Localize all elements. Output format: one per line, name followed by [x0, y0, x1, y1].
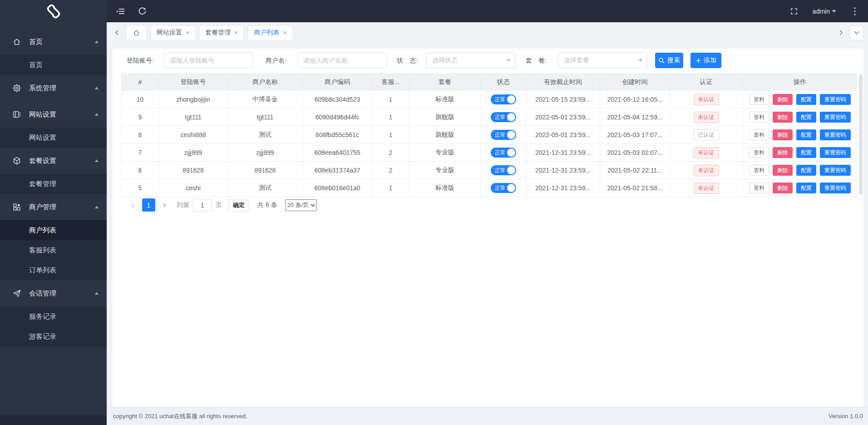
tabs-dropdown-button[interactable]: [850, 25, 863, 40]
profile-button[interactable]: 资料: [749, 183, 769, 193]
menu-group-label: 商户管理: [29, 203, 95, 212]
status-toggle[interactable]: 正常: [491, 183, 516, 193]
delete-button[interactable]: 删除: [773, 94, 793, 105]
menu-group-5[interactable]: 会话管理: [0, 280, 107, 306]
status-select[interactable]: 选择状态: [426, 53, 516, 68]
delete-button[interactable]: 删除: [773, 147, 793, 158]
page-size-select[interactable]: 20 条/页: [285, 199, 317, 211]
config-button[interactable]: 配置: [796, 112, 816, 123]
close-icon[interactable]: ×: [234, 30, 238, 36]
status-toggle-label: 正常: [495, 131, 506, 139]
cell-agents: 1: [372, 179, 409, 197]
delete-button[interactable]: 删除: [773, 183, 793, 193]
reset-password-button[interactable]: 重置密码: [820, 112, 851, 123]
close-icon[interactable]: ×: [283, 30, 286, 36]
status-toggle[interactable]: 正常: [491, 130, 516, 140]
reset-password-button[interactable]: 重置密码: [820, 165, 851, 176]
merchant-name-input[interactable]: [297, 53, 387, 68]
search-icon: [658, 57, 665, 64]
tab-home[interactable]: [126, 25, 147, 40]
delete-button[interactable]: 删除: [773, 165, 793, 176]
tab-2[interactable]: 商户列表×: [248, 25, 292, 40]
user-menu[interactable]: admin: [813, 8, 836, 15]
tabs-scroll-left-icon[interactable]: [112, 25, 122, 40]
toggle-knob: [507, 184, 515, 192]
confirm-page-button[interactable]: 确定: [228, 199, 249, 212]
cell-actions: 资料删除配置重置密码: [743, 161, 857, 179]
cell-package: 旗舰版: [409, 126, 481, 143]
prev-page-icon[interactable]: [129, 202, 137, 208]
profile-button[interactable]: 资料: [749, 112, 769, 123]
cell-auth: 已认证: [670, 126, 743, 143]
config-button[interactable]: 配置: [796, 183, 816, 193]
login-account-input[interactable]: [164, 53, 253, 68]
column-header: 商户名称: [228, 74, 303, 90]
close-icon[interactable]: ×: [186, 30, 189, 36]
jump-page-input[interactable]: [193, 199, 212, 212]
cell-package: 专业版: [409, 143, 481, 161]
sidebar-item[interactable]: 首页: [0, 55, 107, 75]
fullscreen-icon[interactable]: [788, 5, 800, 17]
refresh-icon[interactable]: [136, 5, 148, 17]
status-toggle[interactable]: 正常: [491, 165, 516, 175]
reset-password-button[interactable]: 重置密码: [820, 94, 851, 105]
cell-status: 正常: [481, 108, 526, 126]
page-button-1[interactable]: 1: [142, 198, 155, 212]
menu-group-4[interactable]: 商户管理: [0, 194, 107, 220]
auth-badge: 未认证: [694, 94, 719, 105]
cell-actions: 资料删除配置重置密码: [743, 143, 857, 161]
cell-id: 6: [122, 161, 159, 179]
tab-0[interactable]: 网站设置×: [151, 25, 195, 40]
cell-expire: 2022-05-01 23:59...: [526, 126, 600, 143]
tab-1[interactable]: 套餐管理×: [199, 25, 244, 40]
sidebar-item[interactable]: 套餐管理: [0, 174, 107, 194]
reset-password-button[interactable]: 重置密码: [820, 129, 851, 140]
status-toggle[interactable]: 正常: [491, 112, 516, 122]
reset-password-button[interactable]: 重置密码: [820, 147, 851, 158]
cell-agents: 2: [372, 143, 409, 161]
menu-group-3[interactable]: 套餐设置: [0, 148, 107, 174]
menu-group-0[interactable]: 首页: [0, 29, 107, 55]
reset-password-button[interactable]: 重置密码: [820, 183, 851, 193]
sidebar-item[interactable]: 网站设置: [0, 128, 107, 148]
menu-group-2[interactable]: 网站设置: [0, 101, 107, 128]
gear-icon: [12, 84, 21, 93]
next-page-icon[interactable]: [161, 202, 168, 208]
profile-button[interactable]: 资料: [749, 165, 769, 176]
collapse-sidebar-icon[interactable]: [114, 5, 126, 17]
config-button[interactable]: 配置: [796, 94, 816, 105]
config-button[interactable]: 配置: [796, 165, 816, 176]
sidebar-item[interactable]: 游客记录: [0, 326, 107, 346]
package-select[interactable]: 选择套餐: [558, 53, 648, 68]
table-scrollbar[interactable]: [859, 74, 863, 195]
cell-name: zjjj999: [228, 143, 303, 161]
tabbar: 网站设置×套餐管理×商户列表×: [107, 22, 868, 43]
profile-button[interactable]: 资料: [749, 147, 769, 158]
more-menu-icon[interactable]: [849, 5, 861, 17]
profile-button[interactable]: 资料: [749, 129, 769, 140]
add-button[interactable]: 添加: [690, 53, 721, 68]
status-toggle[interactable]: 正常: [491, 148, 516, 158]
sidebar-item[interactable]: 客服列表: [0, 240, 107, 260]
table-row: 5ceshi测试608eb016e01a01标准版正常2021-12-31 23…: [122, 179, 857, 197]
config-button[interactable]: 配置: [796, 147, 816, 158]
menu-group-1[interactable]: 系统管理: [0, 75, 107, 101]
search-button[interactable]: 搜索: [655, 53, 683, 68]
column-header: 创建时间: [600, 74, 670, 90]
cell-id: 10: [122, 90, 159, 108]
pagination: 1 到第 页 确定 共 6 条 20 条/页: [129, 198, 317, 212]
delete-button[interactable]: 删除: [773, 112, 793, 123]
cell-auth: 未认证: [670, 179, 743, 197]
cell-account: 891628: [159, 161, 228, 179]
search-button-label: 搜索: [667, 56, 680, 64]
delete-button[interactable]: 删除: [773, 129, 793, 140]
tabs-scroll-right-icon[interactable]: [836, 25, 846, 40]
status-toggle[interactable]: 正常: [491, 94, 516, 104]
sidebar-item[interactable]: 服务记录: [0, 306, 107, 326]
sidebar-item[interactable]: 订单列表: [0, 260, 107, 280]
config-button[interactable]: 配置: [796, 129, 816, 140]
sidebar-item[interactable]: 商户列表: [0, 220, 107, 240]
profile-button[interactable]: 资料: [749, 94, 769, 105]
cell-code: 608eb31374a37: [303, 161, 372, 179]
toggle-knob: [507, 166, 515, 174]
